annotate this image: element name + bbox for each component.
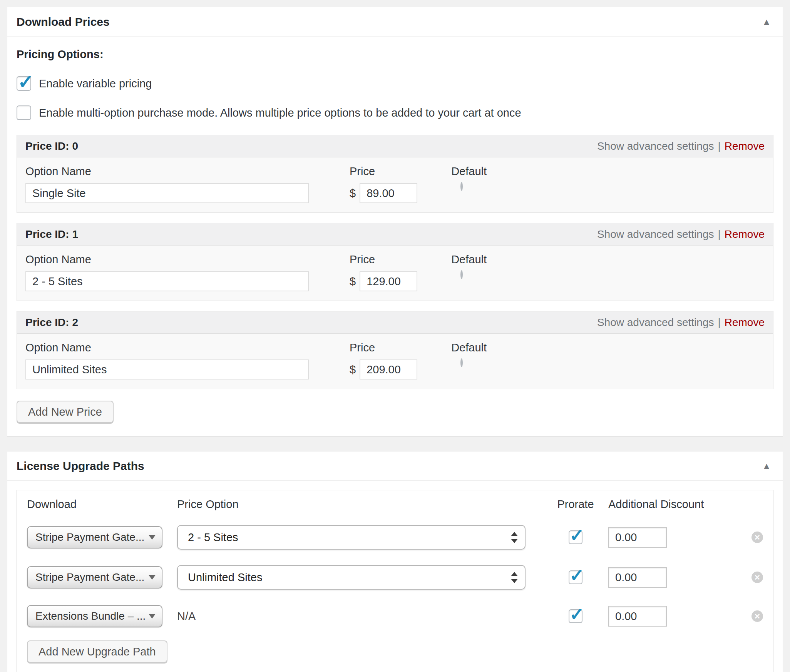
chevron-down-icon — [149, 535, 156, 540]
checkbox-check-icon: ✓ — [569, 567, 584, 584]
default-label: Default — [451, 165, 494, 178]
upgrade-table-header: Download Price Option Prorate Additional… — [27, 490, 763, 517]
price-input[interactable] — [360, 359, 417, 379]
price-option-select-value: Unlimited Sites — [188, 571, 262, 584]
price-row-2-header: Price ID: 2 Show advanced settings|Remov… — [17, 311, 773, 334]
download-select-value: Stripe Payment Gate... — [35, 571, 144, 583]
select-stepper-icon — [511, 532, 518, 543]
price-option-select-value: 2 - 5 Sites — [188, 531, 238, 544]
link-separator: | — [718, 140, 720, 152]
column-header-additional-discount: Additional Discount — [608, 498, 731, 511]
remove-upgrade-path-icon[interactable]: ✕ — [752, 572, 763, 583]
upgrade-paths-table: Download Price Option Prorate Additional… — [17, 490, 773, 672]
license-upgrade-paths-body: Download Price Option Prorate Additional… — [7, 481, 783, 672]
download-prices-metabox: Download Prices ▲ Pricing Options: ✓ Ena… — [7, 7, 783, 436]
price-row-links: Show advanced settings|Remove — [597, 140, 765, 152]
add-new-price-button[interactable]: Add New Price — [17, 401, 114, 423]
option-name-label: Option Name — [25, 253, 309, 266]
price-id-label: Price ID: 2 — [25, 316, 78, 329]
download-prices-header: Download Prices ▲ — [7, 7, 783, 37]
variable-pricing-label[interactable]: Enable variable pricing — [39, 77, 152, 90]
multi-option-row: ✓ Enable multi-option purchase mode. All… — [17, 105, 773, 120]
prorate-checkbox[interactable]: ✓ — [569, 570, 582, 584]
upgrade-path-row: Extensions Bundle – ... N/A ✓ — [27, 597, 763, 635]
default-radio[interactable] — [460, 270, 463, 279]
price-row-2-body: Option Name Price $ Default — [17, 334, 773, 389]
link-separator: | — [718, 316, 720, 328]
download-select[interactable]: Stripe Payment Gate... — [27, 566, 162, 588]
column-header-price-option: Price Option — [177, 498, 543, 511]
download-prices-body: Pricing Options: ✓ Enable variable prici… — [7, 37, 783, 436]
variable-pricing-checkbox[interactable]: ✓ — [17, 76, 31, 91]
price-row-1-header: Price ID: 1 Show advanced settings|Remov… — [17, 223, 773, 246]
option-name-input[interactable] — [25, 271, 309, 291]
price-row-0-body: Option Name Price $ Default — [17, 157, 773, 212]
variable-pricing-row: ✓ Enable variable pricing — [17, 76, 773, 91]
download-prices-title: Download Prices — [17, 15, 110, 28]
checkbox-check-icon: ✓ — [18, 72, 34, 92]
pricing-options-label: Pricing Options: — [17, 48, 773, 61]
price-row-links: Show advanced settings|Remove — [597, 228, 765, 241]
show-advanced-settings-link[interactable]: Show advanced settings — [597, 140, 714, 152]
remove-upgrade-path-icon[interactable]: ✕ — [752, 532, 763, 543]
download-select[interactable]: Extensions Bundle – ... — [27, 605, 162, 627]
price-label: Price — [350, 341, 417, 354]
show-advanced-settings-link[interactable]: Show advanced settings — [597, 228, 714, 240]
price-option-na-text: N/A — [177, 610, 196, 622]
page: Download Prices ▲ Pricing Options: ✓ Ena… — [0, 0, 790, 672]
add-new-upgrade-path-button[interactable]: Add New Upgrade Path — [27, 640, 167, 663]
checkbox-check-icon: ✓ — [569, 605, 584, 623]
download-select-value: Stripe Payment Gate... — [35, 531, 144, 543]
multi-option-checkbox[interactable]: ✓ — [17, 105, 31, 120]
currency-symbol: $ — [350, 275, 356, 288]
license-upgrade-paths-title: License Upgrade Paths — [17, 460, 144, 473]
remove-price-link[interactable]: Remove — [725, 140, 765, 152]
license-upgrade-paths-metabox: License Upgrade Paths ▲ Download Price O… — [7, 451, 783, 672]
default-radio[interactable] — [460, 182, 463, 191]
default-label: Default — [451, 341, 494, 354]
prorate-checkbox[interactable]: ✓ — [569, 609, 582, 623]
price-row-2: Price ID: 2 Show advanced settings|Remov… — [17, 311, 773, 389]
price-id-label: Price ID: 1 — [25, 228, 78, 241]
price-row-1-body: Option Name Price $ Default — [17, 246, 773, 301]
remove-price-link[interactable]: Remove — [725, 316, 765, 328]
price-row-0: Price ID: 0 Show advanced settings|Remov… — [17, 135, 773, 213]
show-advanced-settings-link[interactable]: Show advanced settings — [597, 316, 714, 328]
download-select[interactable]: Stripe Payment Gate... — [27, 526, 162, 548]
option-name-label: Option Name — [25, 341, 309, 354]
currency-symbol: $ — [350, 363, 356, 376]
download-select-value: Extensions Bundle – ... — [35, 610, 146, 622]
remove-price-link[interactable]: Remove — [725, 228, 765, 240]
price-input[interactable] — [360, 271, 417, 291]
upgrade-path-row: Stripe Payment Gate... 2 - 5 Sites — [27, 517, 763, 557]
default-label: Default — [451, 253, 494, 266]
license-upgrade-paths-header: License Upgrade Paths ▲ — [7, 451, 783, 481]
price-input[interactable] — [360, 183, 417, 203]
remove-upgrade-path-icon[interactable]: ✕ — [752, 610, 763, 622]
default-radio[interactable] — [460, 358, 463, 367]
chevron-down-icon — [149, 575, 156, 580]
select-stepper-icon — [511, 572, 518, 583]
checkbox-check-icon: ✓ — [569, 527, 584, 544]
price-row-0-header: Price ID: 0 Show advanced settings|Remov… — [17, 135, 773, 157]
price-id-label: Price ID: 0 — [25, 140, 78, 152]
prorate-checkbox[interactable]: ✓ — [569, 530, 582, 544]
price-row-1: Price ID: 1 Show advanced settings|Remov… — [17, 223, 773, 301]
upgrade-path-row: Stripe Payment Gate... Unlimited Sites — [27, 557, 763, 597]
additional-discount-input[interactable] — [608, 606, 667, 627]
multi-option-label[interactable]: Enable multi-option purchase mode. Allow… — [39, 107, 521, 119]
link-separator: | — [718, 228, 720, 240]
price-label: Price — [350, 253, 417, 266]
option-name-input[interactable] — [25, 183, 309, 203]
price-label: Price — [350, 165, 417, 178]
collapse-arrow-icon[interactable]: ▲ — [762, 17, 771, 27]
option-name-input[interactable] — [25, 359, 309, 379]
additional-discount-input[interactable] — [608, 567, 667, 588]
price-row-links: Show advanced settings|Remove — [597, 316, 765, 329]
price-option-select[interactable]: Unlimited Sites — [177, 565, 526, 590]
price-option-select[interactable]: 2 - 5 Sites — [177, 525, 526, 550]
additional-discount-input[interactable] — [608, 527, 667, 548]
column-header-prorate: Prorate — [543, 498, 608, 511]
column-header-download: Download — [27, 498, 177, 511]
collapse-arrow-icon[interactable]: ▲ — [762, 461, 771, 471]
